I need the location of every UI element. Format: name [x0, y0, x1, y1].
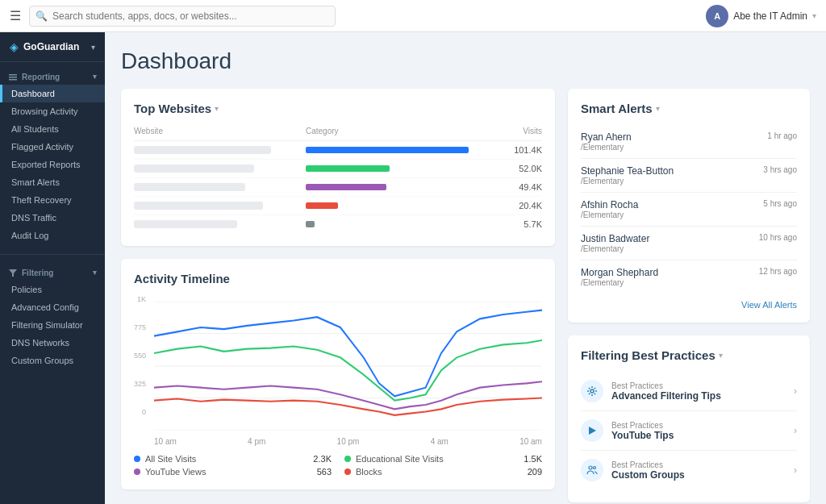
tw-category-bar	[306, 184, 386, 190]
sidebar-item-flagged-activity[interactable]: Flagged Activity	[0, 138, 105, 156]
legend-item: YouTube Views 563	[134, 467, 332, 477]
section-header-filtering[interactable]: Filtering ▾	[0, 264, 105, 281]
x-label: 4 pm	[248, 437, 265, 446]
alert-time: 10 hrs ago	[759, 233, 797, 242]
svg-point-12	[594, 467, 596, 469]
tw-category-area	[306, 221, 478, 227]
legend-count: 1.5K	[524, 454, 542, 464]
practice-label: Best Practices	[611, 421, 786, 430]
section-header-reporting[interactable]: Reporting ▾	[0, 69, 105, 85]
tw-visits-value: 49.4K	[478, 182, 542, 192]
avatar: A	[706, 5, 728, 27]
alert-time: 1 hr ago	[767, 131, 797, 140]
practice-item[interactable]: Best Practices YouTube Tips ›	[581, 411, 797, 451]
alert-school: /Elementary	[581, 278, 658, 287]
alert-school: /Elementary	[581, 244, 649, 253]
y-label: 550	[134, 352, 146, 360]
sidebar-item-all-students[interactable]: All Students	[0, 120, 105, 138]
x-label: 4 am	[431, 437, 448, 446]
tw-row: 49.4K	[134, 178, 542, 197]
practice-title: YouTube Tips	[611, 430, 786, 441]
view-all-alerts-link[interactable]: View All Alerts	[581, 300, 797, 310]
tw-website-bar	[134, 146, 271, 154]
svg-point-9	[590, 389, 594, 393]
sidebar-item-exported-reports[interactable]: Exported Reports	[0, 156, 105, 173]
sidebar-item-audit-log[interactable]: Audit Log	[0, 227, 105, 244]
alert-item: Afshin Rocha/Elementary 5 hrs ago	[581, 193, 797, 227]
legend-dot	[134, 469, 140, 475]
legend-label: Blocks	[356, 467, 382, 477]
legend-item: All Site Visits 2.3K	[134, 454, 332, 464]
tw-category-area	[306, 202, 478, 209]
tw-category-bar	[306, 147, 469, 153]
smart-alerts-header: Smart Alerts ▾	[581, 102, 797, 115]
legend-label: Educational Site Visits	[356, 454, 444, 464]
alert-list: Ryan Ahern/Elementary 1 hr ago Stephanie…	[581, 125, 797, 294]
alert-item: Morgan Shephard/Elementary 12 hrs ago	[581, 260, 797, 294]
y-label: 775	[134, 323, 146, 331]
practice-item[interactable]: Best Practices Advanced Filtering Tips ›	[581, 372, 797, 411]
y-label: 1K	[137, 295, 146, 303]
y-label: 325	[134, 380, 146, 388]
menu-icon[interactable]: ☰	[10, 8, 21, 23]
svg-rect-1	[9, 77, 17, 78]
filtering-best-practices-title: Filtering Best Practices	[581, 348, 715, 362]
brand-icon: ◈	[10, 40, 19, 53]
smart-alerts-title: Smart Alerts	[581, 102, 653, 115]
sidebar-item-smart-alerts[interactable]: Smart Alerts	[0, 173, 105, 191]
chevron-right-icon: ›	[794, 425, 797, 436]
chevron-right-icon: ›	[794, 385, 797, 397]
alert-name: Justin Badwater	[581, 233, 649, 244]
top-websites-chevron[interactable]: ▾	[215, 104, 219, 113]
tw-visits-value: 20.4K	[478, 201, 542, 210]
activity-timeline-card: Activity Timeline 1K 775 550 325 0	[121, 259, 555, 489]
practice-item[interactable]: Best Practices Custom Groups ›	[581, 451, 797, 489]
dashboard-grid: Top Websites ▾ Website Category Visits	[121, 89, 810, 502]
tw-row: 5.7K	[134, 215, 542, 233]
smart-alerts-chevron[interactable]: ▾	[656, 104, 660, 113]
legend-dot	[344, 456, 351, 462]
tw-category-area	[306, 147, 478, 153]
practice-text: Best Practices YouTube Tips	[611, 421, 786, 441]
alert-school: /Elementary	[581, 177, 674, 185]
sidebar-item-theft-recovery[interactable]: Theft Recovery	[0, 191, 105, 209]
tw-visits-value: 5.7K	[478, 219, 542, 229]
search-input[interactable]	[29, 6, 336, 27]
sidebar-item-policies[interactable]: Policies	[0, 281, 105, 298]
filtering-best-practices-chevron[interactable]: ▾	[719, 351, 723, 360]
sidebar-item-advanced-config[interactable]: Advanced Config	[0, 298, 105, 316]
sidebar-item-filtering-simulator[interactable]: Filtering Simulator	[0, 316, 105, 334]
tw-visits-value: 101.4K	[478, 145, 542, 155]
sidebar-brand[interactable]: ◈ GoGuardian ▾	[0, 32, 105, 62]
alert-time: 12 hrs ago	[759, 267, 797, 276]
practice-title: Advanced Filtering Tips	[611, 390, 786, 402]
practice-label: Best Practices	[611, 381, 786, 390]
top-websites-table: Website Category Visits 101.4K	[134, 125, 542, 233]
sidebar-section-reporting: Reporting ▾ Dashboard Browsing Activity …	[0, 62, 105, 251]
x-label: 10 am	[519, 437, 542, 446]
sidebar-item-custom-groups[interactable]: Custom Groups	[0, 352, 105, 369]
svg-marker-10	[589, 427, 596, 435]
chart-legend: All Site Visits 2.3K Educational Site Vi…	[134, 454, 542, 477]
tw-row: 20.4K	[134, 197, 542, 215]
search-bar: 🔍	[29, 6, 336, 27]
sidebar-item-dns-networks[interactable]: DNS Networks	[0, 334, 105, 352]
legend-dot	[134, 456, 140, 462]
chart-x-labels: 10 am 4 pm 10 pm 4 am 10 am	[154, 437, 542, 446]
svg-marker-3	[9, 269, 17, 277]
tw-row: 101.4K	[134, 141, 542, 160]
practice-icon-settings	[581, 380, 603, 402]
sidebar-item-dns-traffic[interactable]: DNS Traffic	[0, 209, 105, 227]
sidebar-item-browsing-activity[interactable]: Browsing Activity	[0, 102, 105, 120]
user-menu[interactable]: A Abe the IT Admin ▾	[706, 5, 816, 27]
chart-area	[154, 302, 542, 431]
legend-item: Educational Site Visits 1.5K	[344, 454, 542, 464]
tw-category-area	[306, 165, 478, 172]
practice-text: Best Practices Custom Groups	[611, 460, 786, 481]
left-column: Top Websites ▾ Website Category Visits	[121, 89, 555, 502]
sidebar-item-dashboard[interactable]: Dashboard	[0, 85, 105, 102]
legend-label: All Site Visits	[145, 454, 196, 464]
legend-count: 209	[528, 467, 542, 477]
page-title: Dashboard	[121, 48, 810, 74]
tw-row: 52.0K	[134, 160, 542, 178]
